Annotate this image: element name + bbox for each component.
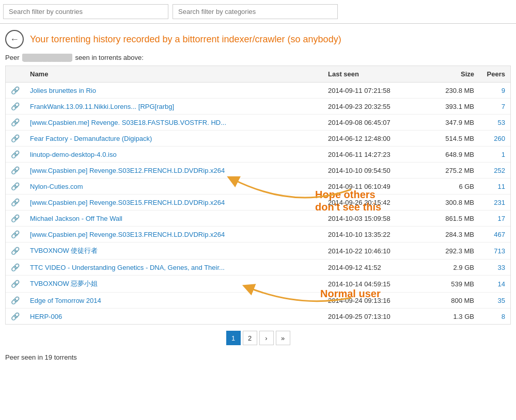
torrent-name-link[interactable]: [www.Cpasbien.pe] Revenge.S03E15.FRENCH.…	[30, 199, 225, 206]
back-button[interactable]: ←	[5, 30, 24, 49]
table-row: 🔗FrankWank.13.09.11.Nikki.Lorens... [RPG…	[6, 99, 510, 115]
header-title: Your torrenting history recorded by a bi…	[30, 34, 341, 45]
torrent-size: 292.3 MB	[428, 243, 479, 260]
torrent-name-link[interactable]: Fear Factory - Demanufacture (Digipack)	[30, 135, 152, 142]
torrent-size: 648.9 MB	[428, 147, 479, 163]
torrent-name-link[interactable]: [www.Cpasbien.me] Revenge. S03E18.FASTSU…	[30, 119, 226, 126]
torrent-link-icon: 🔗	[11, 263, 20, 271]
torrent-link-icon: 🔗	[11, 312, 20, 320]
main-content: Hope others don't see this Normal user	[0, 66, 516, 325]
col-last-seen: Last seen	[323, 66, 428, 83]
torrent-name-link[interactable]: [www.Cpasbien.pe] Revenge.S03E12.FRENCH.…	[30, 167, 225, 174]
torrent-link-icon: 🔗	[11, 247, 20, 255]
pagination: 1 2 › »	[0, 325, 516, 351]
torrent-link-icon: 🔗	[11, 182, 20, 190]
torrent-last-seen: 2014-09-24 09:13:16	[323, 293, 428, 309]
peer-info: Peer ██████████ seen in torrents above:	[0, 52, 516, 66]
table-row: 🔗TTC VIDEO - Understanding Genetics - DN…	[6, 260, 510, 276]
torrent-peers: 260	[479, 131, 510, 147]
torrent-table: Name Last seen Size Peers 🔗Jolies brunet…	[6, 66, 510, 324]
torrent-last-seen: 2014-10-14 04:59:15	[323, 276, 428, 293]
torrent-size: 539 MB	[428, 276, 479, 293]
torrent-link-icon: 🔗	[11, 198, 20, 206]
torrent-last-seen: 2014-06-12 12:48:00	[323, 131, 428, 147]
torrent-link-icon: 🔗	[11, 118, 20, 126]
torrent-link-icon: 🔗	[11, 214, 20, 222]
torrent-size: 6 GB	[428, 179, 479, 195]
search-categories-input[interactable]	[173, 4, 338, 19]
torrent-name-link[interactable]: TVBOXNOW 惡夢小姐	[30, 280, 98, 287]
table-row: 🔗[www.Cpasbien.pe] Revenge.S03E15.FRENCH…	[6, 195, 510, 211]
torrent-size: 1.3 GB	[428, 309, 479, 325]
torrent-last-seen: 2014-09-12 41:52	[323, 260, 428, 276]
footer-text: Peer seen in 19 torrents	[0, 351, 516, 369]
torrent-name-link[interactable]: HERP-006	[30, 313, 62, 320]
peer-suffix: seen in torrents above:	[75, 54, 144, 61]
torrent-last-seen: 2014-10-10 13:35:22	[323, 227, 428, 243]
torrent-peers: 231	[479, 195, 510, 211]
page-btn-last[interactable]: »	[276, 331, 290, 345]
torrent-table-container: Name Last seen Size Peers 🔗Jolies brunet…	[5, 66, 511, 325]
table-row: 🔗Michael Jackson - Off The Wall2014-10-0…	[6, 211, 510, 227]
torrent-peers: 467	[479, 227, 510, 243]
col-name: Name	[25, 66, 323, 83]
torrent-link-icon: 🔗	[11, 150, 20, 158]
torrent-last-seen: 2014-10-03 15:09:58	[323, 211, 428, 227]
torrent-link-icon: 🔗	[11, 280, 20, 288]
table-row: 🔗linutop-demo-desktop-4.0.iso2014-06-11 …	[6, 147, 510, 163]
table-row: 🔗Fear Factory - Demanufacture (Digipack)…	[6, 131, 510, 147]
col-icon	[6, 66, 25, 83]
table-row: 🔗Edge of Tomorrow 20142014-09-24 09:13:1…	[6, 293, 510, 309]
table-row: 🔗TVBOXNOW 使徒行者2014-10-22 10:46:10292.3 M…	[6, 243, 510, 260]
torrent-name-link[interactable]: FrankWank.13.09.11.Nikki.Lorens... [RPG[…	[30, 103, 174, 110]
torrent-size: 514.5 MB	[428, 131, 479, 147]
torrent-name-link[interactable]: TTC VIDEO - Understanding Genetics - DNA…	[30, 264, 225, 271]
torrent-last-seen: 2014-09-23 20:32:55	[323, 99, 428, 115]
peer-ip: ██████████	[22, 54, 72, 61]
torrent-name-link[interactable]: Michael Jackson - Off The Wall	[30, 215, 122, 222]
torrent-peers: 17	[479, 211, 510, 227]
torrent-size: 347.9 MB	[428, 115, 479, 131]
col-peers: Peers	[479, 66, 510, 83]
table-row: 🔗[www.Cpasbien.pe] Revenge.S03E13.FRENCH…	[6, 227, 510, 243]
table-row: 🔗[www.Cpasbien.pe] Revenge.S03E12.FRENCH…	[6, 163, 510, 179]
page-btn-1[interactable]: 1	[226, 331, 241, 345]
peer-prefix: Peer	[5, 54, 19, 61]
torrent-peers: 1	[479, 147, 510, 163]
torrent-link-icon: 🔗	[11, 102, 20, 110]
torrent-last-seen: 2014-06-11 14:27:23	[323, 147, 428, 163]
torrent-last-seen: 2014-09-25 07:13:10	[323, 309, 428, 325]
torrent-name-link[interactable]: Nylon-Cuties.com	[30, 183, 83, 190]
torrent-peers: 11	[479, 179, 510, 195]
torrent-last-seen: 2014-09-26 20:15:42	[323, 195, 428, 211]
torrent-peers: 14	[479, 276, 510, 293]
torrent-link-icon: 🔗	[11, 86, 20, 94]
torrent-name-link[interactable]: Jolies brunettes in Rio	[30, 87, 96, 94]
torrent-name-link[interactable]: [www.Cpasbien.pe] Revenge.S03E13.FRENCH.…	[30, 231, 225, 238]
torrent-last-seen: 2014-10-10 09:54:50	[323, 163, 428, 179]
torrent-name-link[interactable]: linutop-demo-desktop-4.0.iso	[30, 151, 117, 158]
page-btn-2[interactable]: 2	[243, 331, 257, 345]
torrent-peers: 9	[479, 83, 510, 99]
table-header-row: Name Last seen Size Peers	[6, 66, 510, 83]
table-body: 🔗Jolies brunettes in Rio2014-09-11 07:21…	[6, 83, 510, 325]
torrent-peers: 53	[479, 115, 510, 131]
torrent-name-link[interactable]: TVBOXNOW 使徒行者	[30, 247, 98, 254]
torrent-peers: 8	[479, 309, 510, 325]
search-countries-input[interactable]	[3, 4, 168, 19]
torrent-size: 393.1 MB	[428, 99, 479, 115]
page-btn-next[interactable]: ›	[259, 331, 274, 345]
header-section: ← Your torrenting history recorded by a …	[0, 24, 516, 52]
torrent-last-seen: 2014-09-11 06:10:49	[323, 179, 428, 195]
torrent-last-seen: 2014-09-11 07:21:58	[323, 83, 428, 99]
torrent-link-icon: 🔗	[11, 230, 20, 238]
torrent-name-link[interactable]: Edge of Tomorrow 2014	[30, 297, 101, 304]
torrent-last-seen: 2014-10-22 10:46:10	[323, 243, 428, 260]
torrent-link-icon: 🔗	[11, 134, 20, 142]
torrent-peers: 252	[479, 163, 510, 179]
torrent-size: 800 MB	[428, 293, 479, 309]
torrent-size: 2.9 GB	[428, 260, 479, 276]
table-row: 🔗Nylon-Cuties.com2014-09-11 06:10:496 GB…	[6, 179, 510, 195]
torrent-link-icon: 🔗	[11, 296, 20, 304]
table-row: 🔗[www.Cpasbien.me] Revenge. S03E18.FASTS…	[6, 115, 510, 131]
